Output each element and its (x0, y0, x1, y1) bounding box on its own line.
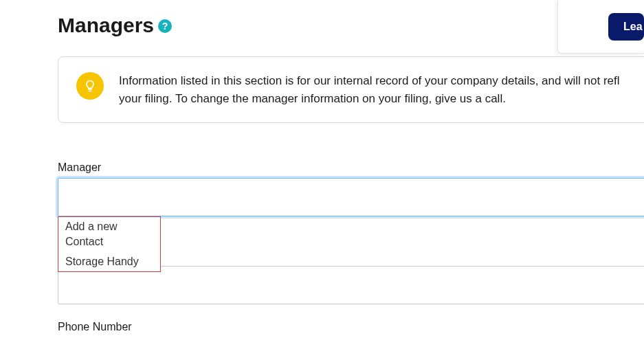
info-callout: Information listed in this section is fo… (58, 56, 644, 123)
manager-input-wrapper: Add a new Contact Storage Handy (58, 178, 644, 216)
phone-label: Phone Number (58, 321, 644, 333)
manager-field-group: Manager Add a new Contact Storage Handy … (58, 161, 644, 333)
heading-row: Managers ? (58, 14, 644, 37)
manager-label: Manager (58, 161, 644, 174)
help-icon[interactable]: ? (158, 19, 172, 33)
info-text: Information listed in this section is fo… (119, 72, 637, 107)
manager-input[interactable] (58, 178, 644, 216)
page-title: Managers (58, 14, 154, 37)
dropdown-option-contact[interactable]: Storage Handy (58, 252, 160, 271)
lightbulb-icon (76, 72, 104, 100)
manager-dropdown: Add a new Contact Storage Handy (58, 216, 161, 272)
dropdown-option-add-contact[interactable]: Add a new Contact (58, 217, 160, 252)
page-content: Managers ? Information listed in this se… (0, 0, 644, 333)
